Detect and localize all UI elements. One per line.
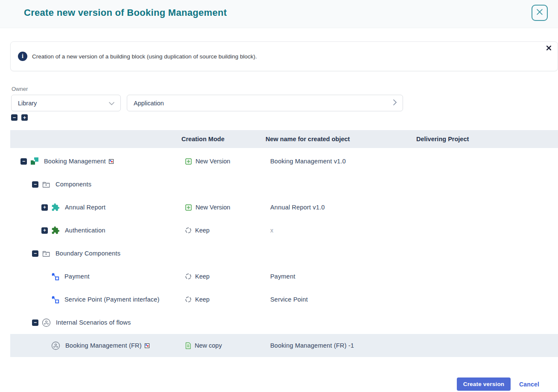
creation-mode-label: New Version xyxy=(196,204,230,211)
new-version-icon xyxy=(185,204,192,211)
node-label: Payment xyxy=(64,273,90,280)
node-label: Service Point (Payment interface) xyxy=(64,296,160,303)
close-icon xyxy=(537,9,543,17)
new-name-cell: Booking Management v1.0 xyxy=(266,158,416,165)
tree-cell: − Boundary Components xyxy=(10,250,181,257)
shared-badge-icon xyxy=(109,159,114,164)
new-name-cell: Booking Management (FR) -1 xyxy=(266,342,416,349)
cancel-button[interactable]: Cancel xyxy=(519,381,539,388)
node-label: Boundary Components xyxy=(56,250,120,257)
keep-icon xyxy=(185,273,192,280)
collapse-node-button[interactable]: − xyxy=(32,250,38,257)
creation-mode-cell[interactable]: New Version xyxy=(181,158,266,165)
collapse-node-button[interactable]: − xyxy=(32,181,38,188)
scenario-icon xyxy=(42,318,51,327)
owner-target-value: Application xyxy=(134,100,164,107)
tree-cell: + Annual Report xyxy=(10,203,181,212)
creation-mode-label: Keep xyxy=(195,296,210,303)
node-label: Internal Scenarios of flows xyxy=(56,319,131,326)
creation-mode-label: New copy xyxy=(195,342,222,349)
folder-icon xyxy=(42,181,50,188)
node-label: Components xyxy=(56,181,91,188)
creation-mode-cell[interactable]: Keep xyxy=(181,227,266,234)
expand-node-button[interactable]: + xyxy=(41,204,48,211)
node-label: Booking Management xyxy=(44,158,106,165)
chevron-down-icon xyxy=(109,100,114,107)
node-label: Annual Report xyxy=(65,204,105,211)
new-version-icon xyxy=(185,158,192,165)
puzzle-teal-icon xyxy=(51,203,60,212)
column-delivering-project: Delivering Project xyxy=(416,136,558,142)
creation-mode-label: New Version xyxy=(196,158,230,165)
table-row[interactable]: − Booking Management New VersionBooking … xyxy=(10,150,558,173)
banner-close-icon[interactable] xyxy=(546,46,551,50)
keep-icon xyxy=(185,227,192,234)
creation-mode-label: Keep xyxy=(195,227,210,234)
table-row[interactable]: Payment KeepPayment xyxy=(10,265,558,288)
expand-all-button[interactable]: + xyxy=(21,114,28,121)
creation-mode-label: Keep xyxy=(195,273,210,280)
shared-badge-icon xyxy=(145,343,149,348)
info-banner-text: Creation of a new version of a building … xyxy=(32,53,257,60)
dialog-close-button[interactable] xyxy=(532,5,548,21)
info-icon: i xyxy=(18,52,27,61)
new-copy-icon xyxy=(185,342,191,349)
interface-icon xyxy=(51,273,59,281)
building-block-table: Creation Mode New name for created objec… xyxy=(10,130,558,357)
column-new-name: New name for created object xyxy=(266,136,416,142)
puzzle-green-icon xyxy=(51,226,60,235)
tree-cell: Payment xyxy=(10,273,181,281)
owner-type-select[interactable]: Library xyxy=(11,95,121,111)
info-banner: i Creation of a new version of a buildin… xyxy=(10,41,558,71)
table-row[interactable]: Service Point (Payment interface) KeepSe… xyxy=(10,288,558,311)
new-name-cell: Service Point xyxy=(266,296,416,303)
create-version-button[interactable]: Create version xyxy=(457,377,511,391)
tree-cell: Service Point (Payment interface) xyxy=(10,296,181,304)
column-creation-mode: Creation Mode xyxy=(181,136,266,142)
dialog-title: Create new version of Booking Management xyxy=(24,7,227,18)
new-name-cell: Annual Report v1.0 xyxy=(266,204,416,211)
table-row[interactable]: − Internal Scenarios of flows xyxy=(10,311,558,334)
tree-cell: − Internal Scenarios of flows xyxy=(10,318,181,327)
table-row[interactable]: Booking Management (FR) New copyBooking … xyxy=(10,334,558,357)
tree-cell: Booking Management (FR) xyxy=(10,341,181,350)
creation-mode-cell[interactable]: Keep xyxy=(181,273,266,280)
keep-icon xyxy=(185,296,192,303)
collapse-node-button[interactable]: − xyxy=(32,319,38,326)
new-name-cell: x xyxy=(266,227,416,234)
creation-mode-cell[interactable]: New Version xyxy=(181,204,266,211)
tree-cell: − Components xyxy=(10,181,181,188)
owner-label: Owner xyxy=(12,86,28,92)
collapse-node-button[interactable]: − xyxy=(20,158,27,165)
owner-type-value: Library xyxy=(18,100,37,107)
tree-cell: − Booking Management xyxy=(10,157,181,166)
folder-icon xyxy=(42,250,50,257)
chevron-right-icon xyxy=(393,99,397,107)
node-label: Authentication xyxy=(65,227,105,234)
building-blocks-icon xyxy=(30,157,39,166)
owner-target-picker[interactable]: Application xyxy=(127,95,403,111)
table-row[interactable]: + Annual Report New VersionAnnual Report… xyxy=(10,196,558,219)
table-header-row: Creation Mode New name for created objec… xyxy=(10,130,558,148)
table-row[interactable]: − Boundary Components xyxy=(10,242,558,265)
dialog-header: Create new version of Booking Management xyxy=(0,0,558,28)
table-body: − Booking Management New VersionBooking … xyxy=(10,150,558,357)
new-name-cell: Payment xyxy=(266,273,416,280)
tree-cell: + Authentication xyxy=(10,226,181,235)
scenario-icon xyxy=(51,341,60,350)
interface-icon xyxy=(51,296,59,304)
creation-mode-cell[interactable]: New copy xyxy=(181,342,266,349)
node-label: Booking Management (FR) xyxy=(65,342,142,349)
table-row[interactable]: + Authentication Keepx xyxy=(10,219,558,242)
creation-mode-cell[interactable]: Keep xyxy=(181,296,266,303)
collapse-all-button[interactable]: − xyxy=(11,114,18,121)
table-row[interactable]: − Components xyxy=(10,173,558,196)
expand-node-button[interactable]: + xyxy=(41,227,48,234)
tree-toolbar: − + xyxy=(11,114,28,121)
